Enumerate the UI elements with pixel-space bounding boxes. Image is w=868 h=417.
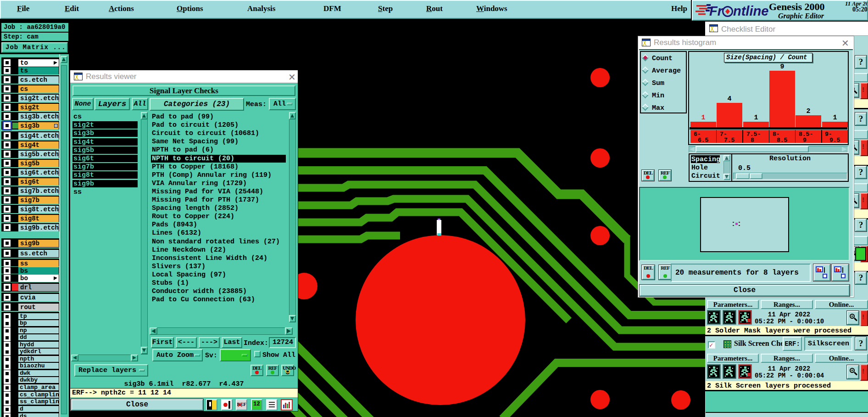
svg-text:Fr: Fr (709, 4, 723, 18)
svg-text:ntline: ntline (733, 4, 768, 18)
